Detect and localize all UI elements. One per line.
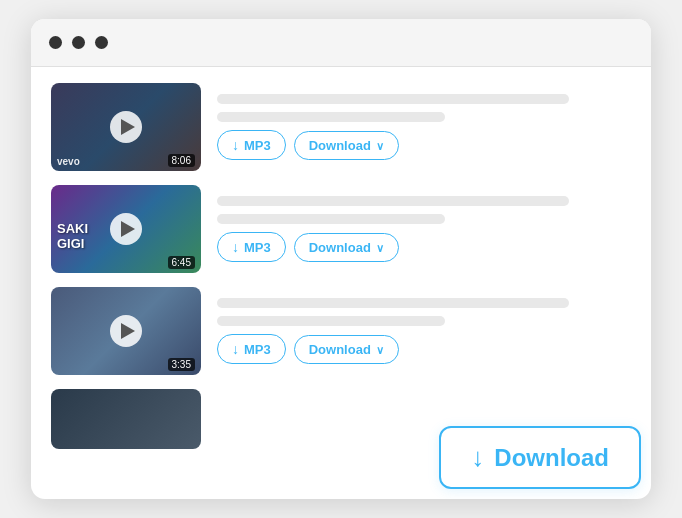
large-download-label: Download (494, 444, 609, 472)
video-list: vevo 8:06 MP3 Download (51, 83, 631, 449)
download-small-icon (232, 341, 239, 357)
action-row: MP3 Download (217, 334, 631, 364)
subtitle-bar (217, 112, 445, 122)
mp3-label: MP3 (244, 138, 271, 153)
thumbnail[interactable]: vevo 8:06 (51, 83, 201, 171)
mp3-label: MP3 (244, 240, 271, 255)
chevron-down-icon (376, 240, 384, 255)
play-icon (121, 119, 135, 135)
download-label: Download (309, 342, 371, 357)
action-row: MP3 Download (217, 130, 631, 160)
traffic-light-minimize (72, 36, 85, 49)
chevron-down-icon (376, 138, 384, 153)
duration-label: 6:45 (168, 256, 195, 269)
browser-window: vevo 8:06 MP3 Download (31, 19, 651, 499)
download-button[interactable]: Download (294, 233, 399, 262)
download-label: Download (309, 240, 371, 255)
saki-gigi-label: SAKIGIGI (57, 222, 88, 251)
video-info: MP3 Download (217, 298, 631, 364)
list-item: SAKIGIGI 6:45 MP3 Download (51, 185, 631, 273)
video-info: MP3 Download (217, 196, 631, 262)
traffic-light-maximize (95, 36, 108, 49)
download-button[interactable]: Download (294, 131, 399, 160)
download-button[interactable]: Download (294, 335, 399, 364)
play-button[interactable] (110, 315, 142, 347)
subtitle-bar (217, 214, 445, 224)
chevron-down-icon (376, 342, 384, 357)
mp3-label: MP3 (244, 342, 271, 357)
mp3-button[interactable]: MP3 (217, 232, 286, 262)
list-item: vevo 8:06 MP3 Download (51, 83, 631, 171)
play-icon (121, 323, 135, 339)
video-info: MP3 Download (217, 94, 631, 160)
mp3-button[interactable]: MP3 (217, 130, 286, 160)
thumbnail[interactable]: 3:35 (51, 287, 201, 375)
thumbnail[interactable] (51, 389, 201, 449)
vevo-label: vevo (57, 156, 80, 167)
play-icon (121, 221, 135, 237)
subtitle-bar (217, 316, 445, 326)
titlebar (31, 19, 651, 67)
play-button[interactable] (110, 111, 142, 143)
duration-label: 3:35 (168, 358, 195, 371)
duration-label: 8:06 (168, 154, 195, 167)
browser-content: vevo 8:06 MP3 Download (31, 67, 651, 499)
mp3-button[interactable]: MP3 (217, 334, 286, 364)
download-small-icon (232, 137, 239, 153)
thumbnail[interactable]: SAKIGIGI 6:45 (51, 185, 201, 273)
download-label: Download (309, 138, 371, 153)
title-bar (217, 298, 569, 308)
title-bar (217, 196, 569, 206)
list-item: 3:35 MP3 Download (51, 287, 631, 375)
download-large-icon (471, 442, 484, 473)
large-download-button[interactable]: Download (439, 426, 641, 489)
traffic-light-close (49, 36, 62, 49)
download-small-icon (232, 239, 239, 255)
action-row: MP3 Download (217, 232, 631, 262)
title-bar (217, 94, 569, 104)
play-button[interactable] (110, 213, 142, 245)
